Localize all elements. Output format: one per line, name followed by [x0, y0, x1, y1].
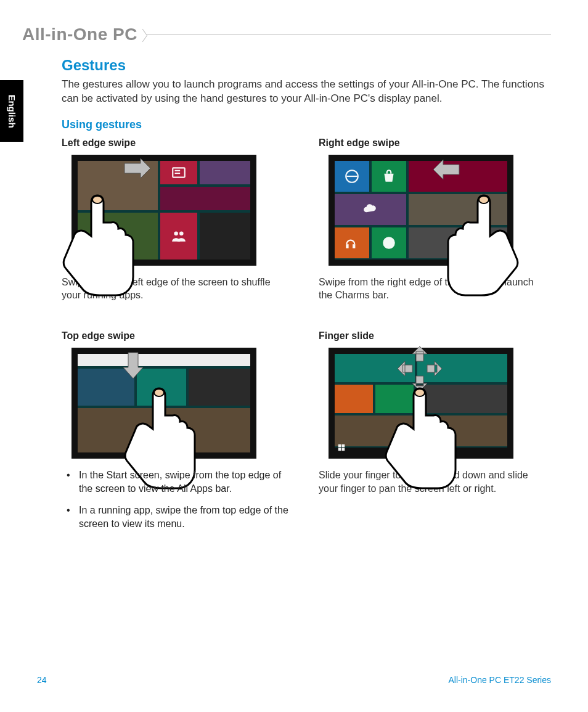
gesture-title: Right edge swipe — [319, 137, 551, 149]
language-label: English — [7, 94, 17, 128]
svg-point-11 — [154, 389, 164, 396]
header-bar: All-in-One PC — [0, 0, 588, 49]
bullet-item: In the Start screen, swipe from the top … — [64, 469, 294, 495]
hand-icon — [442, 192, 522, 297]
hand-icon — [59, 192, 139, 297]
ie-icon — [344, 168, 360, 184]
hand-icon — [382, 385, 462, 489]
svg-point-3 — [174, 231, 178, 235]
page-footer: 24 All-in-One PC ET22 Series — [0, 675, 588, 685]
gesture-illustration — [329, 155, 513, 266]
gesture-grid: Left edge swipe — [62, 137, 551, 539]
gesture-top-edge: Top edge swipe — [62, 330, 294, 539]
gesture-illustration — [71, 348, 256, 459]
section-intro: The gestures allow you to launch program… — [62, 78, 551, 106]
svg-rect-15 — [342, 448, 345, 451]
svg-point-16 — [415, 389, 425, 396]
arrow-down-icon — [121, 351, 145, 380]
svg-point-9 — [383, 237, 395, 249]
language-tab: English — [0, 80, 23, 142]
gesture-left-edge: Left edge swipe — [62, 137, 294, 302]
xbox-icon — [381, 235, 397, 251]
gesture-title: Finger slide — [319, 330, 551, 342]
svg-point-10 — [479, 196, 489, 203]
news-icon — [171, 165, 187, 181]
cloud-icon — [362, 202, 378, 218]
bullet-item: In a running app, swipe the from top edg… — [64, 504, 294, 530]
gesture-finger-slide: Finger slide — [319, 330, 551, 539]
svg-point-4 — [179, 231, 184, 235]
store-icon — [381, 168, 397, 184]
page-content: Gestures The gestures allow you to launc… — [0, 49, 588, 539]
svg-rect-12 — [338, 444, 341, 448]
series-label: All-in-One PC ET22 Series — [448, 675, 551, 685]
svg-point-5 — [92, 196, 102, 203]
gesture-illustration — [329, 348, 513, 459]
arrow-right-icon — [123, 156, 152, 181]
svg-rect-7 — [346, 244, 348, 248]
svg-rect-13 — [342, 444, 345, 448]
people-icon — [171, 228, 187, 244]
svg-rect-14 — [338, 448, 341, 451]
music-icon — [344, 235, 360, 251]
section-title: Gestures — [62, 57, 551, 74]
svg-rect-8 — [353, 244, 355, 248]
gesture-title: Top edge swipe — [62, 330, 294, 342]
product-title: All-in-One PC — [22, 25, 137, 44]
gesture-bullets: In the Start screen, swipe from the top … — [62, 469, 294, 530]
gesture-illustration — [71, 155, 256, 266]
arrow-left-icon — [432, 157, 460, 182]
subsection-title: Using gestures — [62, 118, 551, 131]
gesture-right-edge: Right edge swipe — [319, 137, 551, 302]
header-rule — [146, 35, 551, 35]
gesture-title: Left edge swipe — [62, 137, 294, 149]
page-number: 24 — [37, 675, 47, 685]
windows-icon — [337, 440, 346, 456]
